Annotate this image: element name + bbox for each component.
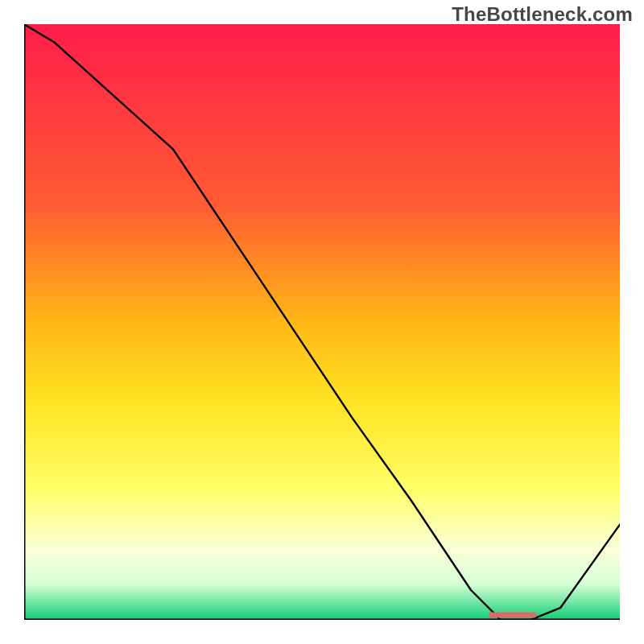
plot-area: [24, 24, 620, 620]
chart-stage: TheBottleneck.com: [0, 0, 644, 644]
watermark-text: TheBottleneck.com: [452, 3, 633, 26]
axis-layer: [24, 24, 620, 620]
